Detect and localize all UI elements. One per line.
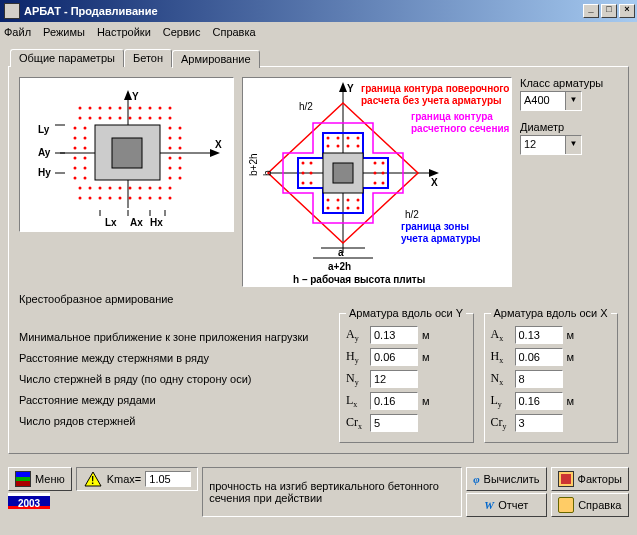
svg-point-112 (302, 182, 305, 185)
close-button[interactable]: × (619, 4, 635, 18)
svg-point-19 (89, 107, 92, 110)
svg-point-61 (169, 137, 172, 140)
input-Ay[interactable] (370, 326, 418, 344)
svg-point-38 (79, 197, 82, 200)
input-Lx[interactable] (370, 392, 418, 410)
input-Hx[interactable] (515, 348, 563, 366)
factors-icon (558, 471, 574, 487)
svg-point-50 (74, 147, 77, 150)
svg-point-24 (139, 107, 142, 110)
svg-rect-7 (112, 138, 142, 168)
svg-point-94 (327, 137, 330, 140)
maximize-button[interactable]: □ (601, 4, 617, 18)
svg-point-60 (169, 127, 172, 130)
status-message: прочность на изгиб вертикального бетонно… (202, 467, 462, 517)
svg-marker-86 (339, 82, 347, 92)
input-Nx[interactable] (515, 370, 563, 388)
menu-service[interactable]: Сервис (163, 26, 201, 38)
calc-button[interactable]: φ Вычислить (466, 467, 546, 491)
menu-button[interactable]: Меню (8, 467, 72, 491)
reinforcement-caption: Крестообразное армирование (19, 293, 618, 305)
svg-point-102 (327, 199, 330, 202)
svg-point-52 (74, 167, 77, 170)
input-Ax[interactable] (515, 326, 563, 344)
svg-point-16 (159, 117, 162, 120)
window-title: АРБАТ - Продавливание (24, 5, 581, 17)
svg-point-97 (357, 137, 360, 140)
diameter-select[interactable]: 12 ▼ (520, 135, 582, 155)
svg-point-95 (337, 137, 340, 140)
menu-help[interactable]: Справка (212, 26, 255, 38)
kmax-value[interactable] (145, 471, 191, 487)
svg-point-36 (159, 187, 162, 190)
help-button[interactable]: Справка (551, 493, 629, 517)
svg-point-11 (109, 117, 112, 120)
svg-text:граница контура: граница контура (411, 111, 493, 122)
input-Hy[interactable] (370, 348, 418, 366)
svg-point-99 (337, 145, 340, 148)
svg-point-114 (310, 172, 313, 175)
tab-reinforcement[interactable]: Армирование (172, 50, 260, 68)
svg-point-14 (139, 117, 142, 120)
svg-point-15 (149, 117, 152, 120)
svg-point-29 (89, 187, 92, 190)
svg-text:расчетного сечения: расчетного сечения (411, 123, 510, 134)
svg-point-115 (310, 182, 313, 185)
param-label-spacing: Расстояние между стержнями в ряду (19, 352, 329, 364)
tab-general[interactable]: Общие параметры (10, 49, 124, 67)
menu-file[interactable]: Файл (4, 26, 31, 38)
svg-text:!: ! (91, 475, 94, 486)
svg-point-57 (84, 157, 87, 160)
svg-text:a+2h: a+2h (328, 261, 351, 272)
group-y: Арматура вдоль оси Y Ayм Hyм Ny Lxм Crx (339, 313, 474, 443)
svg-text:h/2: h/2 (299, 101, 313, 112)
factors-button[interactable]: Факторы (551, 467, 629, 491)
input-Cry[interactable] (515, 414, 563, 432)
rebar-class-select[interactable]: A400 ▼ (520, 91, 582, 111)
input-Crx[interactable] (370, 414, 418, 432)
svg-point-116 (374, 162, 377, 165)
svg-point-31 (109, 187, 112, 190)
svg-point-33 (129, 187, 132, 190)
svg-text:Y: Y (347, 83, 354, 94)
year-badge: 2003 (8, 493, 50, 509)
svg-text:граница контура поверочного: граница контура поверочного (361, 83, 509, 94)
svg-point-68 (179, 147, 182, 150)
svg-point-32 (119, 187, 122, 190)
svg-point-8 (79, 117, 82, 120)
svg-text:b: b (262, 170, 273, 176)
svg-point-51 (74, 157, 77, 160)
svg-point-109 (357, 207, 360, 210)
input-Ly[interactable] (515, 392, 563, 410)
svg-point-62 (169, 147, 172, 150)
svg-point-23 (129, 107, 132, 110)
param-label-rowcount: Число рядов стержней (19, 415, 329, 427)
svg-point-101 (357, 145, 360, 148)
svg-point-121 (382, 182, 385, 185)
minimize-button[interactable]: _ (583, 4, 599, 18)
svg-rect-93 (333, 163, 353, 183)
svg-text:Ly: Ly (38, 124, 50, 135)
input-Ny[interactable] (370, 370, 418, 388)
group-x: Арматура вдоль оси X Axм Hxм Nx Lyм Cry (484, 313, 619, 443)
menu-modes[interactable]: Режимы (43, 26, 85, 38)
svg-point-26 (159, 107, 162, 110)
svg-text:a: a (338, 247, 344, 258)
svg-point-42 (119, 197, 122, 200)
param-label-count: Число стержней в ряду (по одну сторону о… (19, 373, 329, 385)
svg-point-111 (302, 172, 305, 175)
svg-point-9 (89, 117, 92, 120)
svg-point-20 (99, 107, 102, 110)
svg-point-46 (159, 197, 162, 200)
kmax-panel: ! Kmax= (76, 467, 199, 491)
svg-point-53 (74, 177, 77, 180)
svg-point-71 (179, 177, 182, 180)
svg-point-105 (357, 199, 360, 202)
menu-settings[interactable]: Настройки (97, 26, 151, 38)
report-button[interactable]: W Отчет (466, 493, 546, 517)
svg-text:Hx: Hx (150, 217, 163, 228)
svg-point-17 (169, 117, 172, 120)
tab-concrete[interactable]: Бетон (124, 49, 172, 67)
svg-point-64 (169, 167, 172, 170)
svg-point-48 (74, 127, 77, 130)
